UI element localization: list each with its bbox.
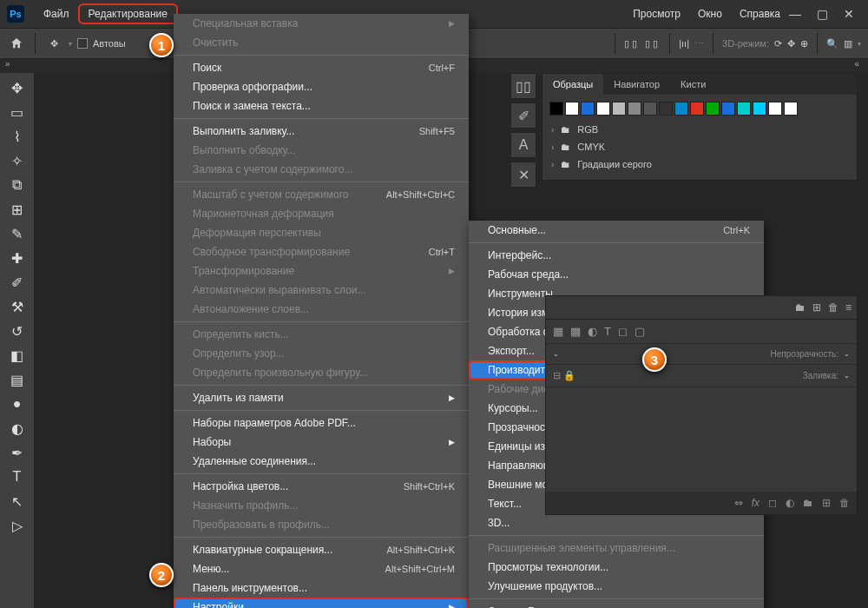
edit-menu-item[interactable]: Настройка цветов...Shift+Ctrl+K xyxy=(174,477,469,496)
prefs-menu-item[interactable]: 3D... xyxy=(469,513,764,532)
workspace-icon[interactable]: ▥ xyxy=(844,38,852,50)
swatch[interactable] xyxy=(674,102,688,116)
adj-icon[interactable]: ◐ xyxy=(786,497,794,509)
menu-file[interactable]: Файл xyxy=(35,4,78,23)
link-icon[interactable]: ⇔ xyxy=(734,497,743,509)
folder-rgb[interactable]: ›🖿RGB xyxy=(549,121,850,138)
lasso-tool[interactable]: ⌇ xyxy=(4,125,30,148)
maximize-icon[interactable]: ▢ xyxy=(817,7,828,21)
menu-edit[interactable]: Редактирование xyxy=(78,3,178,24)
folder-cmyk[interactable]: ›🖿CMYK xyxy=(549,138,850,155)
type-tool[interactable]: T xyxy=(4,466,30,488)
edit-menu-item[interactable]: Удаленные соединения... xyxy=(174,452,469,471)
delete-icon[interactable]: 🗑 xyxy=(839,497,850,509)
img-filter-icon[interactable]: ▩ xyxy=(570,325,581,338)
close-icon[interactable]: ✕ xyxy=(844,7,854,21)
swatch[interactable] xyxy=(690,102,704,116)
dock-tools-icon[interactable]: ✕ xyxy=(510,162,536,188)
tab-navigator[interactable]: Навигатор xyxy=(603,74,670,95)
smart-filter-icon[interactable]: ▢ xyxy=(635,325,645,338)
crop-tool[interactable]: ⧉ xyxy=(4,174,30,196)
edit-menu-item[interactable]: Клавиатурные сокращения...Alt+Shift+Ctrl… xyxy=(174,540,469,559)
expand-right-icon[interactable]: « xyxy=(854,59,859,69)
minimize-icon[interactable]: — xyxy=(789,7,801,21)
edit-menu-item[interactable]: Панель инструментов... xyxy=(174,578,469,598)
pan3d-icon[interactable]: ✥ xyxy=(787,38,795,50)
swatch[interactable] xyxy=(753,102,766,116)
distribute-icon[interactable]: |ıı| xyxy=(679,38,689,49)
new-item-icon[interactable]: ⊞ xyxy=(812,301,821,314)
orbit-icon[interactable]: ⟳ xyxy=(774,38,782,50)
swatch[interactable] xyxy=(659,102,673,116)
align-icon[interactable]: ▯▯ ▯▯ xyxy=(624,38,661,50)
dock-brush-icon[interactable]: ✐ xyxy=(510,102,536,129)
swatch[interactable] xyxy=(549,102,563,116)
edit-menu-item[interactable]: Наборы параметров Adobe PDF... xyxy=(174,413,469,433)
prefs-menu-item[interactable]: Рабочая среда... xyxy=(469,265,764,284)
autoselect-checkbox[interactable] xyxy=(77,38,88,49)
fx-icon[interactable]: fx xyxy=(752,497,760,509)
search-icon[interactable]: 🔍 xyxy=(826,38,838,50)
brush-tool[interactable]: ✐ xyxy=(4,271,30,294)
dock-char-icon[interactable]: A xyxy=(510,132,536,158)
edit-menu-item[interactable]: Настройки▶ xyxy=(174,598,469,608)
new-layer-icon[interactable]: ⊞ xyxy=(822,497,831,509)
move-tool[interactable]: ✥ xyxy=(4,76,30,99)
gradient-tool[interactable]: ▤ xyxy=(4,368,30,391)
zoom3d-icon[interactable]: ⊕ xyxy=(800,38,808,50)
expand-left-icon[interactable]: » xyxy=(5,59,10,73)
blend-dropdown[interactable]: ⌄ xyxy=(553,350,559,358)
edit-menu-item[interactable]: Поиск и замена текста... xyxy=(174,96,469,116)
prefs-menu-item[interactable]: Camera Raw... xyxy=(469,602,764,608)
move-tool-icon[interactable]: ✥ xyxy=(44,34,63,53)
shape-filter-icon[interactable]: ◻ xyxy=(618,325,628,338)
new-folder-icon[interactable]: 🖿 xyxy=(795,301,806,314)
swatch[interactable] xyxy=(628,102,641,116)
lock-icon[interactable]: ⊟ 🔒 xyxy=(553,370,575,381)
dock-history-icon[interactable]: ▯▯ xyxy=(510,73,536,99)
swatch[interactable] xyxy=(706,102,720,116)
adjust-icon[interactable]: ◐ xyxy=(588,325,597,338)
history-brush-tool[interactable]: ↺ xyxy=(4,320,30,342)
pen-tool[interactable]: ✒ xyxy=(4,441,30,464)
menu-help[interactable]: Справка xyxy=(731,4,789,23)
prefs-menu-item[interactable]: Интерфейс... xyxy=(469,246,764,265)
prefs-menu-item[interactable]: Основные...Ctrl+K xyxy=(469,221,764,240)
marquee-tool[interactable]: ▭ xyxy=(4,101,30,123)
edit-menu-item[interactable]: Удалить из памяти▶ xyxy=(174,388,469,407)
frame-tool[interactable]: ⊞ xyxy=(4,198,30,221)
edit-menu-item[interactable]: Меню...Alt+Shift+Ctrl+M xyxy=(174,559,469,578)
clone-tool[interactable]: ⚒ xyxy=(4,295,30,318)
folder-gray[interactable]: ›🖿Градации серого xyxy=(549,155,850,173)
swatch[interactable] xyxy=(768,102,782,116)
eyedropper-tool[interactable]: ✎ xyxy=(4,222,30,245)
heal-tool[interactable]: ✚ xyxy=(4,247,30,269)
edit-menu-item[interactable]: Наборы▶ xyxy=(174,433,469,452)
prefs-menu-item[interactable]: Улучшение продуктов... xyxy=(469,577,764,596)
trash-icon[interactable]: 🗑 xyxy=(828,301,838,314)
type-filter-icon[interactable]: T xyxy=(604,325,611,338)
tab-brushes[interactable]: Кисти xyxy=(670,74,716,95)
mask-icon[interactable]: ◻ xyxy=(768,497,777,509)
edit-menu-item[interactable]: ПоискCtrl+F xyxy=(174,58,469,77)
swatch[interactable] xyxy=(721,102,735,116)
eraser-tool[interactable]: ◧ xyxy=(4,344,30,367)
selection-tool[interactable]: ▷ xyxy=(4,514,30,537)
swatch[interactable] xyxy=(737,102,751,116)
blur-tool[interactable]: ● xyxy=(4,393,30,415)
panel-menu-icon[interactable]: ≡ xyxy=(845,301,852,314)
prefs-menu-item[interactable]: Просмотры технологии... xyxy=(469,558,764,577)
path-tool[interactable]: ↖ xyxy=(4,490,30,512)
group-icon[interactable]: 🖿 xyxy=(803,497,813,509)
wand-tool[interactable]: ✧ xyxy=(4,149,30,172)
edit-menu-item[interactable]: Проверка орфографии... xyxy=(174,77,469,96)
edit-menu-item[interactable]: Выполнить заливку...Shift+F5 xyxy=(174,122,469,141)
swatch[interactable] xyxy=(596,102,610,116)
swatch[interactable] xyxy=(784,102,798,116)
swatch[interactable] xyxy=(612,102,626,116)
tab-swatches[interactable]: Образцы xyxy=(542,74,603,95)
swatch[interactable] xyxy=(565,102,579,116)
home-icon[interactable] xyxy=(7,34,26,53)
filter-icon[interactable]: ▦ xyxy=(553,325,563,338)
swatch[interactable] xyxy=(581,102,595,116)
